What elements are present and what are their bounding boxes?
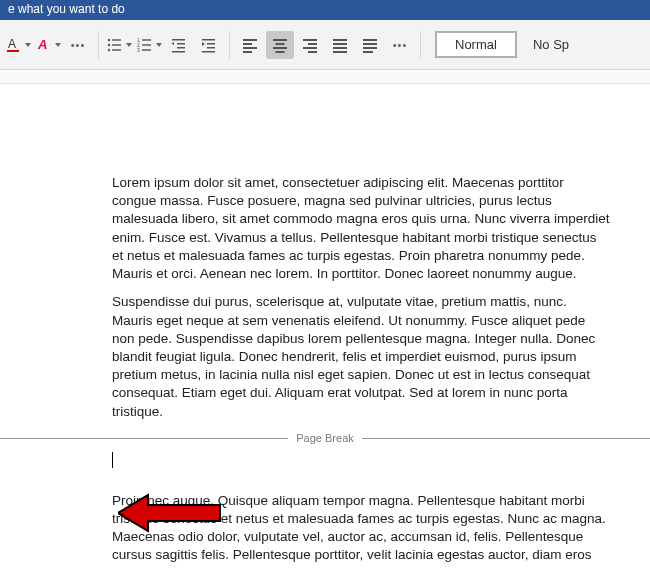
align-justify-button[interactable] — [326, 31, 354, 59]
svg-rect-26 — [243, 43, 252, 45]
svg-rect-38 — [333, 43, 347, 45]
svg-rect-31 — [273, 47, 287, 49]
svg-rect-24 — [202, 51, 215, 53]
separator — [229, 31, 230, 59]
decrease-indent-button[interactable] — [165, 31, 193, 59]
paragraph[interactable]: Lorem ipsum dolor sit amet, consectetuer… — [112, 174, 610, 283]
svg-rect-40 — [333, 51, 347, 53]
svg-rect-10 — [142, 39, 151, 40]
svg-rect-35 — [303, 47, 317, 49]
svg-rect-1 — [7, 50, 19, 52]
svg-rect-44 — [363, 51, 373, 53]
svg-rect-14 — [142, 49, 151, 50]
svg-rect-18 — [177, 47, 185, 49]
svg-rect-36 — [308, 51, 317, 53]
title-bar: e what you want to do — [0, 0, 650, 20]
separator — [420, 31, 421, 59]
svg-rect-34 — [308, 43, 317, 45]
svg-rect-19 — [172, 51, 185, 53]
bullets-button[interactable] — [105, 31, 133, 59]
page-break-label: Page Break — [296, 431, 353, 446]
svg-rect-20 — [202, 39, 215, 41]
document-area[interactable]: Lorem ipsum dolor sit amet, consectetuer… — [0, 84, 650, 568]
ruler-area — [0, 70, 650, 84]
align-center-button[interactable] — [266, 31, 294, 59]
svg-text:A: A — [8, 37, 16, 51]
text-highlight-button[interactable]: A — [34, 31, 62, 59]
svg-rect-39 — [333, 47, 347, 49]
align-right-button[interactable] — [296, 31, 324, 59]
separator — [98, 31, 99, 59]
svg-point-7 — [108, 48, 110, 50]
svg-rect-23 — [207, 47, 215, 49]
svg-text:A: A — [37, 37, 47, 52]
svg-rect-30 — [276, 43, 285, 45]
svg-rect-28 — [243, 51, 252, 53]
svg-rect-32 — [276, 51, 285, 53]
align-left-button[interactable] — [236, 31, 264, 59]
svg-marker-22 — [202, 42, 205, 46]
font-color-button[interactable]: A — [4, 31, 32, 59]
svg-text:3: 3 — [137, 47, 140, 53]
distributed-button[interactable] — [356, 31, 384, 59]
more-paragraph-button[interactable]: ••• — [386, 31, 414, 59]
page-break-indicator: Page Break — [0, 431, 650, 446]
svg-rect-15 — [172, 39, 185, 41]
svg-rect-16 — [177, 43, 185, 45]
svg-rect-4 — [112, 39, 121, 40]
tell-me-text: e what you want to do — [8, 2, 125, 16]
svg-rect-12 — [142, 44, 151, 45]
more-font-button[interactable]: ••• — [64, 31, 92, 59]
svg-rect-43 — [363, 47, 377, 49]
svg-rect-42 — [363, 43, 377, 45]
svg-rect-41 — [363, 39, 377, 41]
paragraph[interactable]: Proin nec augue. Quisque aliquam tempor … — [112, 492, 610, 568]
svg-rect-37 — [333, 39, 347, 41]
svg-rect-29 — [273, 39, 287, 41]
svg-rect-33 — [303, 39, 317, 41]
svg-rect-25 — [243, 39, 257, 41]
svg-rect-21 — [207, 43, 215, 45]
paragraph[interactable]: Suspendisse dui purus, scelerisque at, v… — [112, 293, 610, 421]
increase-indent-button[interactable] — [195, 31, 223, 59]
style-no-spacing[interactable]: No Sp — [527, 33, 575, 56]
svg-point-3 — [108, 38, 110, 40]
svg-point-5 — [108, 43, 110, 45]
svg-rect-27 — [243, 47, 257, 49]
svg-marker-17 — [172, 42, 175, 45]
cursor-line[interactable] — [112, 452, 610, 472]
numbering-button[interactable]: 123 — [135, 31, 163, 59]
document-page[interactable]: Lorem ipsum dolor sit amet, consectetuer… — [0, 84, 650, 568]
ribbon-toolbar: A A ••• 123 ••• Normal No Sp — [0, 20, 650, 70]
text-cursor-icon — [112, 452, 113, 468]
svg-rect-8 — [112, 49, 121, 50]
svg-rect-6 — [112, 44, 121, 45]
style-normal[interactable]: Normal — [435, 31, 517, 58]
